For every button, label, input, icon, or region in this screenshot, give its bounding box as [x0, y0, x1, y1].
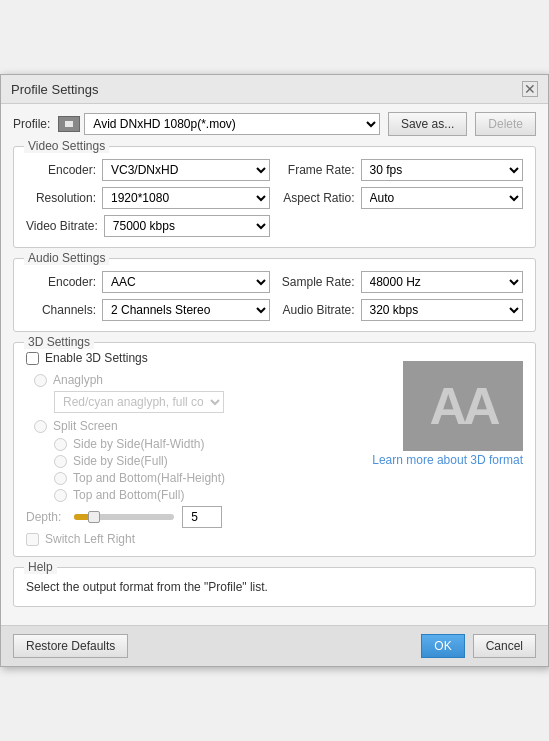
split-screen-row: Split Screen — [34, 419, 362, 433]
switch-lr-label[interactable]: Switch Left Right — [45, 532, 135, 546]
title-bar: Profile Settings ✕ — [1, 75, 548, 104]
cancel-button[interactable]: Cancel — [473, 634, 536, 658]
top-full-row: Top and Bottom(Full) — [54, 488, 362, 502]
switch-lr-row: Switch Left Right — [26, 532, 135, 546]
three-d-section: 3D Settings Enable 3D Settings Anaglyph — [13, 342, 536, 557]
three-d-left: Enable 3D Settings Anaglyph Red/cyan ana… — [26, 351, 362, 546]
footer: Restore Defaults OK Cancel — [1, 625, 548, 666]
three-d-right: AA Learn more about 3D format — [372, 351, 523, 546]
close-button[interactable]: ✕ — [522, 81, 538, 97]
help-text: Select the output format from the "Profi… — [26, 580, 523, 594]
switch-lr-checkbox[interactable] — [26, 533, 39, 546]
audio-encoder-select[interactable]: AAC — [102, 271, 270, 293]
top-half-row: Top and Bottom(Half-Height) — [54, 471, 362, 485]
profile-icon — [58, 116, 80, 132]
depth-label: Depth: — [26, 510, 66, 524]
side-full-row: Side by Side(Full) — [54, 454, 362, 468]
channels-select[interactable]: 2 Channels Stereo — [102, 299, 270, 321]
depth-slider-track — [74, 514, 174, 520]
profile-row: Profile: Avid DNxHD 1080p(*.mov) Save as… — [13, 112, 536, 136]
preview-box: AA — [403, 361, 523, 451]
side-half-row: Side by Side(Half-Width) — [54, 437, 362, 451]
video-settings-section: Video Settings Encoder: VC3/DNxHD Frame … — [13, 146, 536, 248]
three-d-body: Enable 3D Settings Anaglyph Red/cyan ana… — [26, 351, 523, 546]
side-half-label[interactable]: Side by Side(Half-Width) — [73, 437, 204, 451]
anaglyph-radio[interactable] — [34, 374, 47, 387]
help-title: Help — [24, 560, 57, 574]
three-d-title: 3D Settings — [24, 335, 94, 349]
dialog-title: Profile Settings — [11, 82, 98, 97]
anaglyph-label[interactable]: Anaglyph — [53, 373, 103, 387]
video-bitrate-label: Video Bitrate: — [26, 219, 98, 233]
profile-settings-dialog: Profile Settings ✕ Profile: Avid DNxHD 1… — [0, 74, 549, 667]
delete-button[interactable]: Delete — [475, 112, 536, 136]
help-section: Help Select the output format from the "… — [13, 567, 536, 607]
depth-slider-thumb[interactable] — [88, 511, 100, 523]
save-as-button[interactable]: Save as... — [388, 112, 467, 136]
frame-rate-row: Frame Rate: 30 fps — [280, 159, 524, 181]
resolution-select[interactable]: 1920*1080 — [102, 187, 270, 209]
side-full-radio[interactable] — [54, 455, 67, 468]
video-settings-grid: Encoder: VC3/DNxHD Frame Rate: 30 fps Re… — [26, 159, 523, 237]
anaglyph-row: Anaglyph — [34, 373, 362, 387]
aspect-ratio-label: Aspect Ratio: — [280, 191, 355, 205]
ok-button[interactable]: OK — [421, 634, 464, 658]
audio-bitrate-row: Audio Bitrate: 320 kbps — [280, 299, 524, 321]
channels-label: Channels: — [26, 303, 96, 317]
learn-more-link[interactable]: Learn more about 3D format — [372, 453, 523, 467]
split-screen-label[interactable]: Split Screen — [53, 419, 118, 433]
frame-rate-select[interactable]: 30 fps — [361, 159, 524, 181]
frame-rate-label: Frame Rate: — [280, 163, 355, 177]
profile-dropdown[interactable]: Avid DNxHD 1080p(*.mov) — [84, 113, 380, 135]
resolution-row: Resolution: 1920*1080 — [26, 187, 270, 209]
video-encoder-label: Encoder: — [26, 163, 96, 177]
anaglyph-group: Anaglyph Red/cyan anaglyph, full color — [34, 373, 362, 413]
top-half-label[interactable]: Top and Bottom(Half-Height) — [73, 471, 225, 485]
resolution-label: Resolution: — [26, 191, 96, 205]
top-full-label[interactable]: Top and Bottom(Full) — [73, 488, 184, 502]
enable-3d-row: Enable 3D Settings — [26, 351, 362, 365]
aspect-ratio-select[interactable]: Auto — [361, 187, 524, 209]
anaglyph-dropdown[interactable]: Red/cyan anaglyph, full color — [54, 391, 224, 413]
audio-settings-grid: Encoder: AAC Sample Rate: 48000 Hz Chann… — [26, 271, 523, 321]
profile-select-wrap: Avid DNxHD 1080p(*.mov) — [58, 113, 380, 135]
audio-settings-section: Audio Settings Encoder: AAC Sample Rate:… — [13, 258, 536, 332]
enable-3d-label[interactable]: Enable 3D Settings — [45, 351, 148, 365]
video-encoder-select[interactable]: VC3/DNxHD — [102, 159, 270, 181]
audio-encoder-row: Encoder: AAC — [26, 271, 270, 293]
audio-settings-title: Audio Settings — [24, 251, 109, 265]
dialog-content: Profile: Avid DNxHD 1080p(*.mov) Save as… — [1, 104, 548, 625]
video-encoder-row: Encoder: VC3/DNxHD — [26, 159, 270, 181]
sample-rate-label: Sample Rate: — [280, 275, 355, 289]
split-screen-radio[interactable] — [34, 420, 47, 433]
restore-defaults-button[interactable]: Restore Defaults — [13, 634, 128, 658]
video-bitrate-row: Video Bitrate: 75000 kbps — [26, 215, 270, 237]
top-half-radio[interactable] — [54, 472, 67, 485]
aspect-ratio-row: Aspect Ratio: Auto — [280, 187, 524, 209]
audio-bitrate-select[interactable]: 320 kbps — [361, 299, 524, 321]
video-settings-title: Video Settings — [24, 139, 109, 153]
video-bitrate-select[interactable]: 75000 kbps — [104, 215, 270, 237]
sample-rate-select[interactable]: 48000 Hz — [361, 271, 524, 293]
top-full-radio[interactable] — [54, 489, 67, 502]
sample-rate-row: Sample Rate: 48000 Hz — [280, 271, 524, 293]
side-half-radio[interactable] — [54, 438, 67, 451]
depth-row: Depth: — [26, 506, 362, 528]
split-screen-group: Split Screen Side by Side(Half-Width) Si… — [34, 419, 362, 502]
enable-3d-checkbox[interactable] — [26, 352, 39, 365]
depth-input[interactable] — [182, 506, 222, 528]
footer-right: OK Cancel — [421, 634, 536, 658]
channels-row: Channels: 2 Channels Stereo — [26, 299, 270, 321]
audio-encoder-label: Encoder: — [26, 275, 96, 289]
side-full-label[interactable]: Side by Side(Full) — [73, 454, 168, 468]
preview-text: AA — [429, 376, 496, 436]
profile-label: Profile: — [13, 117, 50, 131]
audio-bitrate-label: Audio Bitrate: — [280, 303, 355, 317]
